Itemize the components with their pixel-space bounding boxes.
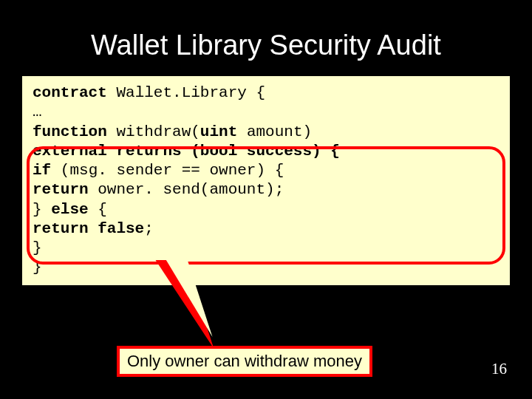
code-line-5: if (msg. sender == owner) { — [33, 161, 499, 180]
keyword-else: else — [51, 201, 88, 218]
code-line-2: … — [33, 103, 499, 122]
code-text: } — [33, 201, 51, 218]
code-line-10: } — [33, 258, 499, 277]
code-block: contract Wallet.Library { … function wit… — [22, 76, 510, 285]
code-text-bold: external returns (bool success) { — [33, 143, 340, 160]
page-number: 16 — [491, 360, 507, 378]
code-line-6: return owner. send(amount); — [33, 180, 499, 200]
keyword-function: function — [33, 123, 107, 140]
keyword-return-false: return false — [33, 220, 144, 237]
code-text: ; — [144, 220, 154, 237]
code-text: Wallet.Library { — [107, 84, 265, 101]
code-text: amount) — [237, 123, 312, 140]
callout-label: Only owner can withdraw money — [117, 346, 372, 377]
code-line-8: return false; — [33, 219, 499, 239]
code-line-7: } else { — [33, 200, 499, 219]
code-line-3: function withdraw(uint amount) — [33, 123, 499, 142]
slide-title: Wallet Library Security Audit — [0, 0, 532, 76]
keyword-contract: contract — [33, 84, 107, 101]
keyword-if: if — [33, 162, 51, 179]
code-text: { — [89, 201, 107, 218]
code-text: owner. send(amount); — [89, 181, 284, 198]
keyword-uint: uint — [200, 123, 237, 140]
code-text: withdraw( — [107, 123, 200, 140]
code-line-4: external returns (bool success) { — [33, 142, 499, 161]
code-line-1: contract Wallet.Library { — [33, 83, 499, 103]
code-line-9: } — [33, 239, 499, 258]
keyword-return: return — [33, 181, 89, 198]
code-text: (msg. sender == owner) { — [51, 162, 284, 179]
